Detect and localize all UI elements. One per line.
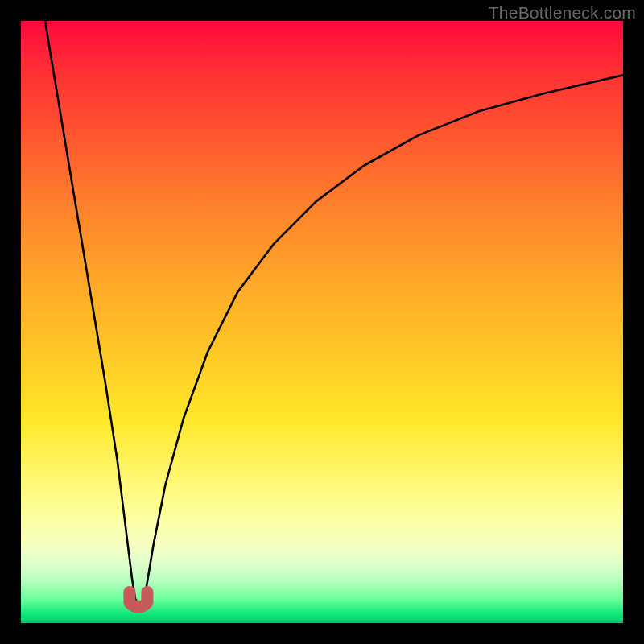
optimal-marker bbox=[130, 592, 147, 608]
bottleneck-curve bbox=[45, 21, 623, 605]
watermark-text: TheBottleneck.com bbox=[489, 3, 636, 23]
chart-area bbox=[21, 21, 623, 623]
bottleneck-chart bbox=[21, 21, 623, 623]
